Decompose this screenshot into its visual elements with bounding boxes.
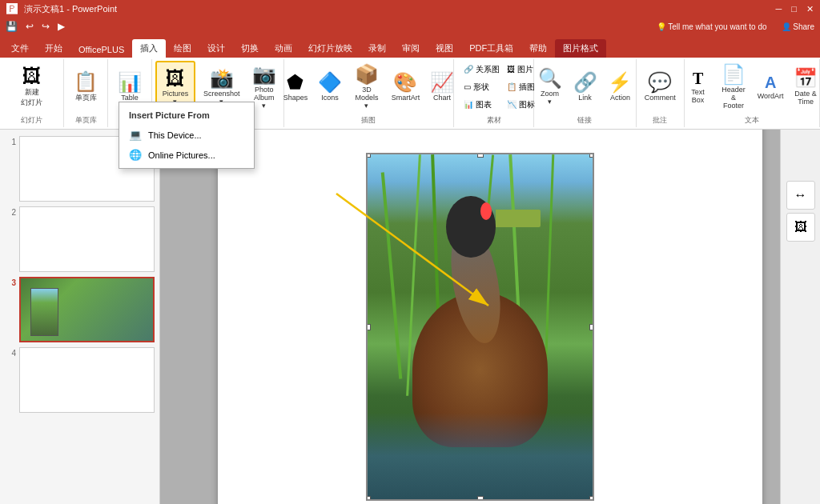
date-time-icon: 📅 (794, 69, 818, 88)
3d-models-button[interactable]: 📦 3DModels ▾ (348, 61, 385, 114)
ribbon-group-comments: 💬 Comment 批注 (637, 59, 685, 127)
slide-num-3: 3 (5, 277, 16, 287)
tab-design[interactable]: 设计 (199, 39, 233, 58)
tab-animations[interactable]: 动画 (267, 39, 300, 58)
new-slide-button[interactable]: 🖼 新建幻灯片 (16, 61, 48, 114)
title-bar-left: 🅿 演示文稿1 - PowerPoint (6, 2, 117, 15)
online-pictures-label: Online Pictures... (148, 150, 215, 160)
slide-thumb-2[interactable]: 2 (5, 206, 155, 272)
ribbon-group-links: 🔍 Zoom ▾ 🔗 Link ⚡ Action 链接 (534, 59, 637, 127)
pictures-icon: 🖼 (166, 69, 185, 88)
slide-preview-content-4 (20, 348, 154, 412)
selection-handle-tr[interactable] (589, 153, 594, 158)
slide-preview-content-3 (21, 278, 153, 341)
minimize-button[interactable]: ─ (776, 4, 782, 14)
icons-icon: 🔷 (318, 73, 342, 92)
guanxitu-button[interactable]: 🔗 关系图 (460, 61, 503, 78)
comment-button[interactable]: 💬 Comment (640, 61, 681, 114)
tab-picture-format[interactable]: 图片格式 (555, 39, 606, 58)
close-button[interactable]: ✕ (806, 4, 814, 14)
wordart-button[interactable]: A WordArt (753, 61, 787, 114)
slide-thumb-3[interactable]: 3 (5, 277, 155, 342)
zoom-button[interactable]: 🔍 Zoom ▾ (533, 61, 566, 114)
table-icon: 📊 (118, 73, 142, 92)
xingzhuang-button[interactable]: ▭ 形状 (460, 78, 492, 95)
comments-group-label: 批注 (637, 115, 684, 126)
material-group-label: 素材 (454, 115, 533, 126)
tab-draw[interactable]: 绘图 (166, 39, 199, 58)
slide-num-4: 4 (5, 347, 16, 358)
link-button[interactable]: 🔗 Link (569, 61, 602, 114)
maximize-button[interactable]: □ (791, 4, 797, 14)
undo-quick-button[interactable]: ↩ (23, 21, 36, 32)
tab-insert[interactable]: 插入 (132, 39, 166, 58)
slide-num-1: 1 (5, 136, 16, 146)
comment-icon: 💬 (648, 73, 672, 92)
window-title: 演示文稿1 - PowerPoint (24, 3, 117, 15)
layout-button[interactable]: ↔ (786, 181, 815, 210)
ribbon-group-material: 🔗 关系图 ▭ 形状 📊 图表 🖼 图片 📋 插图 📉 图标 素材 (454, 59, 534, 127)
date-time-button[interactable]: 📅 Date &Time (790, 61, 820, 114)
title-bar: 🅿 演示文稿1 - PowerPoint ─ □ ✕ (0, 0, 820, 18)
redo-quick-button[interactable]: ↪ (39, 21, 52, 32)
slide-thumb-4[interactable]: 4 (5, 347, 155, 413)
online-pictures-item[interactable]: 🌐 Online Pictures... (119, 145, 254, 165)
selection-handle-bc[interactable] (477, 496, 484, 501)
selection-handle-bl[interactable] (366, 496, 371, 501)
icons-button[interactable]: 🔷 Icons (314, 61, 347, 114)
shapes-button[interactable]: ⬟ Shapes (279, 61, 312, 114)
picture-style-button[interactable]: 🖼 (786, 213, 815, 242)
save-quick-button[interactable]: 💾 (3, 21, 20, 32)
selection-handle-mr[interactable] (589, 324, 594, 330)
tab-slideshow[interactable]: 幻灯片放映 (300, 39, 360, 58)
smartart-button[interactable]: 🎨 SmartArt (387, 61, 424, 114)
header-footer-icon: 📄 (722, 65, 746, 84)
bird-image[interactable] (366, 153, 594, 501)
app-logo: 🅿 (6, 2, 18, 15)
header-footer-button[interactable]: 📄 Header& Footer (716, 61, 752, 114)
tab-home[interactable]: 开始 (37, 39, 70, 58)
wordart-icon: A (765, 74, 776, 90)
ribbon-group-library: 📋 单页库 单页库 (64, 59, 108, 127)
ribbon-group-slides: 🖼 新建幻灯片 幻灯片 (0, 59, 64, 127)
slide-preview-3[interactable] (19, 277, 155, 342)
danye-icon: 📋 (74, 72, 98, 91)
danye-button[interactable]: 📋 单页库 (69, 61, 102, 114)
slides-group-items: 🖼 新建幻灯片 (16, 61, 48, 118)
dropdown-title: Insert Picture From (119, 106, 254, 125)
tubiao2-button[interactable]: 📊 图表 (460, 96, 495, 113)
slide-preview-content-2 (20, 207, 154, 271)
slide-num-2: 2 (5, 206, 16, 217)
selection-handle-tc[interactable] (477, 153, 484, 158)
tab-transitions[interactable]: 切换 (233, 39, 267, 58)
textbox-button[interactable]: T TextBox (682, 61, 714, 114)
new-slide-icon: 🖼 (22, 66, 42, 86)
selection-handle-tl[interactable] (366, 153, 371, 158)
slide-canvas[interactable] (218, 130, 762, 504)
selection-handle-br[interactable] (589, 496, 594, 501)
tab-officeplus[interactable]: OfficePLUS (70, 42, 132, 58)
ribbon: 🖼 新建幻灯片 幻灯片 📋 单页库 单页库 📊 Table 表格 🖼 (0, 58, 820, 130)
share-button[interactable]: 👤 Share (779, 22, 817, 31)
tell-me-input[interactable]: 💡 Tell me what you want to do (654, 22, 770, 31)
tab-review[interactable]: 审阅 (394, 39, 428, 58)
window-controls[interactable]: ─ □ ✕ (776, 4, 814, 14)
text-group-label: 文本 (685, 115, 819, 126)
action-button[interactable]: ⚡ Action (604, 61, 637, 114)
illustrations-group-label: 插图 (284, 115, 453, 126)
slide-preview-4[interactable] (19, 347, 155, 413)
tab-help[interactable]: 帮助 (521, 39, 555, 58)
selection-handle-ml[interactable] (366, 324, 371, 330)
action-icon: ⚡ (608, 73, 632, 92)
tab-record[interactable]: 录制 (360, 39, 394, 58)
ribbon-group-text: T TextBox 📄 Header& Footer A WordArt 📅 D… (685, 59, 820, 127)
tupian-button[interactable]: 🖼 图片 (504, 61, 537, 78)
tab-pdf[interactable]: PDF工具箱 (461, 39, 521, 58)
this-device-item[interactable]: 💻 This Device... (119, 125, 254, 145)
present-quick-button[interactable]: ▶ (55, 21, 67, 32)
tab-file[interactable]: 文件 (3, 39, 37, 58)
3d-models-icon: 📦 (355, 65, 379, 84)
slide-preview-2[interactable] (19, 206, 155, 272)
tab-view[interactable]: 视图 (428, 39, 461, 58)
shapes-icon: ⬟ (287, 73, 303, 92)
